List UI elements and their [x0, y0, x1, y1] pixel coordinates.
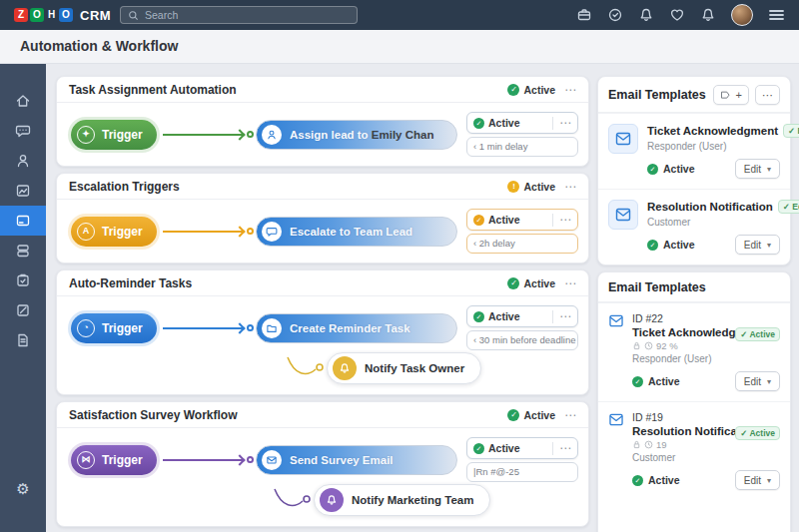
more-icon[interactable]: ⋯ — [564, 278, 576, 288]
briefcase-icon[interactable] — [576, 7, 592, 23]
template-badge: ✓ E66 — [783, 124, 799, 138]
clock-icon — [644, 440, 653, 449]
mail-icon — [608, 313, 624, 331]
template-item-id-19[interactable]: ID #19 ✓ Active Resolution Notification … — [598, 401, 790, 500]
more-icon[interactable]: ⋯ — [564, 410, 576, 420]
search-icon — [128, 10, 139, 21]
sidebar-item-contacts[interactable] — [0, 146, 46, 176]
bell-icon — [333, 356, 357, 380]
check-circle-icon: ✓ — [632, 475, 643, 486]
delay-label: ‹ 1 min delay — [466, 137, 578, 157]
page-title: Automation & Workflow — [0, 30, 799, 63]
edit-dropdown-button[interactable]: Edit ▾ — [735, 470, 780, 490]
edit-dropdown-button[interactable]: Edit ▾ — [735, 159, 780, 179]
edit-dropdown-button[interactable]: Edit ▾ — [735, 235, 780, 255]
chevron-icon — [234, 322, 245, 333]
sidebar-item-tasks[interactable] — [0, 266, 46, 295]
chat-icon — [262, 222, 282, 242]
chevron-down-icon: ▾ — [767, 476, 771, 485]
workflow-card-task-assignment: Task Assignment Automation ✓ Active ⋯ ✦ … — [56, 76, 589, 167]
user-avatar[interactable] — [731, 4, 753, 26]
more-icon[interactable]: ⋯ — [559, 311, 571, 321]
person-icon — [15, 153, 31, 169]
sidebar-item-decks[interactable] — [0, 236, 46, 266]
connector-dot — [247, 324, 254, 331]
trigger-pill[interactable]: A Trigger — [71, 217, 157, 247]
bell-icon-2[interactable] — [700, 7, 716, 23]
email-templates-sidebar: Email Templates + ⋯ Ticket Acknowledgmen… — [597, 76, 791, 532]
sidebar-item-settings[interactable]: ⚙ — [0, 480, 46, 498]
sidebar-item-messages[interactable] — [0, 116, 46, 146]
delay-label: ‹ 30 min before deadline — [466, 330, 578, 350]
connector-dot — [247, 228, 254, 235]
template-item-resolution-notification[interactable]: Resolution Notification ✓ Edit Customer … — [598, 189, 790, 265]
status-badge: ✓ Active — [507, 409, 555, 421]
logo-suffix: CRM — [80, 8, 111, 23]
menu-icon[interactable] — [768, 8, 785, 22]
trigger-pill[interactable]: ◔ Trigger — [71, 313, 157, 343]
stack-icon — [15, 243, 31, 259]
template-badge: ✓ Active — [735, 327, 780, 341]
node-status[interactable]: ✓ Active ⋯ — [466, 209, 578, 231]
global-search[interactable] — [120, 6, 358, 24]
bell-icon[interactable] — [638, 7, 654, 23]
clock-check-icon[interactable] — [607, 7, 623, 23]
trigger-pill[interactable]: ✦ Trigger — [71, 120, 157, 150]
spark-icon: ✦ — [77, 126, 95, 144]
more-icon[interactable]: ⋯ — [559, 443, 571, 453]
more-icon[interactable]: ⋯ — [564, 182, 576, 192]
logo-letter-o: O — [30, 8, 44, 22]
flow-connector — [157, 324, 256, 332]
chevron-icon — [234, 129, 245, 140]
panel-more-button[interactable]: ⋯ — [755, 85, 780, 105]
search-input[interactable] — [145, 9, 350, 21]
template-item-id-22[interactable]: ID #22 ✓ Active Ticket Acknowledgment 92… — [598, 302, 790, 401]
more-icon: ⋯ — [762, 89, 773, 102]
chat-icon — [15, 123, 31, 139]
action-node-send-email[interactable]: Send Survey Email — [256, 445, 457, 475]
action-node-escalate[interactable]: Escalate to Team Lead — [256, 217, 457, 247]
workflow-card-satisfaction-survey: Satisfaction Survey Workflow ✓ Active ⋯ … — [56, 401, 589, 527]
notify-task-owner-card[interactable]: Notify Task Owner — [327, 352, 481, 384]
flow-connector — [157, 228, 256, 236]
mail-icon — [608, 124, 638, 154]
action-node-create-task[interactable]: Create Reminder Task — [256, 313, 457, 343]
sidebar-item-compose[interactable] — [0, 295, 46, 325]
more-icon[interactable]: ⋯ — [559, 118, 571, 128]
more-icon[interactable]: ⋯ — [559, 215, 571, 225]
node-status[interactable]: ✓ Active ⋯ — [466, 112, 578, 134]
check-circle-icon: ✓ — [507, 409, 519, 421]
trigger-pill[interactable]: ⋈ Trigger — [71, 445, 157, 475]
sidebar-item-documents[interactable] — [0, 325, 46, 355]
node-status[interactable]: ✓ Active ⋯ — [466, 305, 578, 327]
template-item-ticket-acknowledgment[interactable]: Ticket Acknowledgment ✓ E66 Responder (U… — [598, 113, 790, 189]
template-badge: ✓ Active — [735, 426, 780, 440]
sidebar-item-billing[interactable] — [0, 206, 46, 236]
logo-letter-h: H — [46, 8, 57, 22]
node-status-panel: ✓ Active ⋯ ‹ 1 min delay — [466, 112, 578, 157]
check-circle-icon: ✓ — [632, 376, 643, 387]
more-icon[interactable]: ⋯ — [564, 85, 576, 95]
add-template-button[interactable]: + — [713, 85, 749, 105]
left-sidebar: ⚙ — [0, 64, 46, 532]
sidebar-item-media[interactable] — [0, 176, 46, 206]
panel-title: Email Templates — [608, 88, 707, 102]
chevron-down-icon: ▾ — [767, 165, 771, 174]
workflow-card-escalation: Escalation Triggers ! Active ⋯ A Trigger… — [56, 173, 589, 264]
workflow-card-auto-reminder: Auto-Reminder Tasks ✓ Active ⋯ ◔ Trigger… — [56, 269, 589, 395]
zoho-crm-logo[interactable]: Z O H O CRM — [14, 8, 111, 23]
node-status-panel: ✓ Active ⋯ |Rn #@-25 — [466, 437, 578, 482]
heart-icon[interactable] — [669, 7, 685, 23]
mail-icon — [608, 412, 624, 430]
action-node-assign-lead[interactable]: Assign lead to Emily Chan — [256, 120, 457, 150]
notify-marketing-team-card[interactable]: Notify Marketing Team — [314, 484, 490, 516]
connector-dot — [247, 456, 254, 463]
email-templates-panel: Email Templates + ⋯ Ticket Acknowledgmen… — [597, 76, 791, 266]
edit-dropdown-button[interactable]: Edit ▾ — [735, 371, 780, 391]
sidebar-item-home[interactable] — [0, 86, 46, 116]
workflow-title: Escalation Triggers — [69, 180, 507, 194]
mail-icon — [608, 200, 638, 230]
edit-square-icon — [15, 302, 31, 318]
node-status[interactable]: ✓ Active ⋯ — [466, 437, 578, 459]
gear-icon: ⚙ — [16, 480, 29, 497]
